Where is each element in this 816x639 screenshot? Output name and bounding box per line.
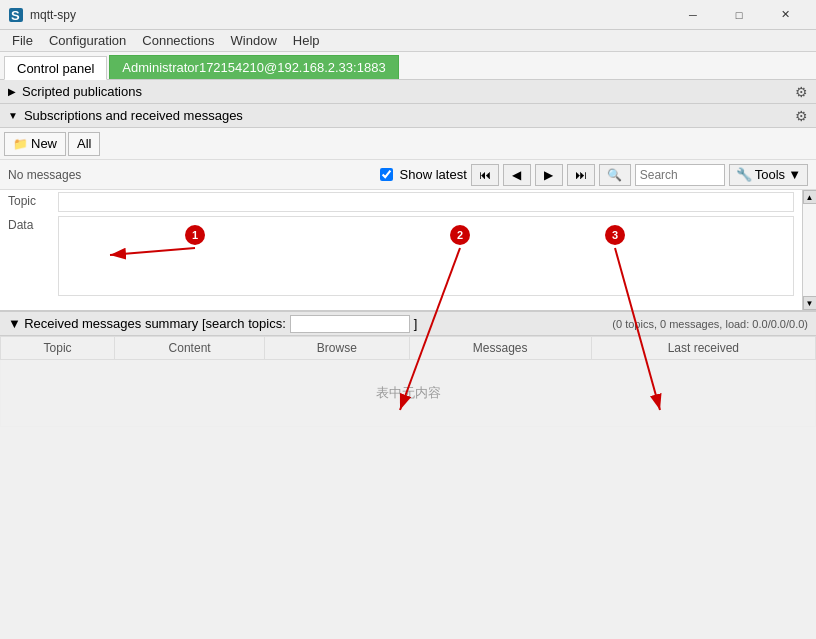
scroll-track[interactable] bbox=[803, 204, 816, 296]
main-content: ▶ Scripted publications ⚙ ▼ Subscription… bbox=[0, 80, 816, 639]
data-row: Data bbox=[0, 214, 802, 298]
tabbar: Control panel Administrator172154210@192… bbox=[0, 52, 816, 80]
subscriptions-gear-icon[interactable]: ⚙ bbox=[795, 108, 808, 124]
tab-connection[interactable]: Administrator172154210@192.168.2.33:1883 bbox=[109, 55, 398, 79]
subscriptions-toggle-icon: ▼ bbox=[8, 110, 18, 121]
col-topic: Topic bbox=[1, 337, 115, 360]
menu-help[interactable]: Help bbox=[285, 31, 328, 50]
summary-stats: (0 topics, 0 messages, load: 0.0/0.0/0.0… bbox=[612, 318, 808, 330]
scroll-down-button[interactable]: ▼ bbox=[803, 296, 817, 310]
topic-row: Topic bbox=[0, 190, 802, 214]
col-messages: Messages bbox=[409, 337, 591, 360]
subscriptions-label: Subscriptions and received messages bbox=[24, 108, 243, 123]
tools-button[interactable]: 🔧 Tools ▼ bbox=[729, 164, 808, 186]
topic-label: Topic bbox=[8, 192, 58, 208]
messages-content: Topic Data Administrator172154210@192.16… bbox=[0, 190, 816, 310]
data-label: Data bbox=[8, 216, 58, 232]
summary-search-input[interactable] bbox=[290, 315, 410, 333]
tools-dropdown-icon: ▼ bbox=[788, 167, 801, 182]
col-content: Content bbox=[115, 337, 265, 360]
menu-file[interactable]: File bbox=[4, 31, 41, 50]
titlebar: S mqtt-spy ─ □ ✕ bbox=[0, 0, 816, 30]
summary-header: ▼ Received messages summary [search topi… bbox=[0, 312, 816, 336]
search-input[interactable] bbox=[635, 164, 725, 186]
scripted-gear-icon[interactable]: ⚙ bbox=[795, 84, 808, 100]
search-toggle-button[interactable]: 🔍 bbox=[599, 164, 631, 186]
show-latest-label: Show latest bbox=[400, 167, 467, 182]
summary-section: ▼ Received messages summary [search topi… bbox=[0, 311, 816, 427]
menubar: File Configuration Connections Window He… bbox=[0, 30, 816, 52]
scroll-up-button[interactable]: ▲ bbox=[803, 190, 817, 204]
menu-configuration[interactable]: Configuration bbox=[41, 31, 134, 50]
scripted-publications-section[interactable]: ▶ Scripted publications ⚙ bbox=[0, 80, 816, 104]
scripted-toggle-icon: ▶ bbox=[8, 86, 16, 97]
maximize-button[interactable]: □ bbox=[716, 0, 762, 30]
minimize-button[interactable]: ─ bbox=[670, 0, 716, 30]
app-title: mqtt-spy bbox=[30, 8, 670, 22]
col-browse: Browse bbox=[265, 337, 410, 360]
col-last-received: Last received bbox=[591, 337, 815, 360]
nav-next-button[interactable]: ▶ bbox=[535, 164, 563, 186]
subscriptions-toolbar: 📁 New All bbox=[0, 128, 816, 160]
app-icon: S bbox=[8, 7, 24, 23]
menu-window[interactable]: Window bbox=[223, 31, 285, 50]
nav-last-button[interactable]: ⏭ bbox=[567, 164, 595, 186]
vertical-scrollbar[interactable]: ▲ ▼ bbox=[802, 190, 816, 310]
messages-bar: No messages Show latest ⏮ ◀ ▶ ⏭ 🔍 🔧 Tool… bbox=[0, 160, 816, 190]
tools-icon: 🔧 bbox=[736, 167, 752, 182]
data-value bbox=[58, 216, 794, 296]
tab-control-panel[interactable]: Control panel bbox=[4, 56, 107, 80]
scripted-label: Scripted publications bbox=[22, 84, 142, 99]
folder-icon: 📁 bbox=[13, 137, 28, 151]
empty-table-label: 表中无内容 bbox=[1, 360, 816, 427]
show-latest-checkbox[interactable] bbox=[380, 168, 393, 181]
summary-header-label: Received messages summary [search topics… bbox=[24, 316, 286, 331]
summary-header-suffix: ] bbox=[414, 316, 418, 331]
menu-connections[interactable]: Connections bbox=[134, 31, 222, 50]
sub-messages-area: Topic Data Administrator172154210@192.16… bbox=[0, 190, 816, 310]
all-button[interactable]: All bbox=[68, 132, 100, 156]
topic-value bbox=[58, 192, 794, 212]
close-button[interactable]: ✕ bbox=[762, 0, 808, 30]
new-button[interactable]: 📁 New bbox=[4, 132, 66, 156]
summary-toggle-icon: ▼ bbox=[8, 316, 21, 331]
summary-table: Topic Content Browse Messages Last recei… bbox=[0, 336, 816, 427]
subscriptions-section: ▼ Subscriptions and received messages ⚙ … bbox=[0, 104, 816, 311]
window-controls: ─ □ ✕ bbox=[670, 0, 808, 30]
subscriptions-header[interactable]: ▼ Subscriptions and received messages ⚙ bbox=[0, 104, 816, 128]
nav-prev-button[interactable]: ◀ bbox=[503, 164, 531, 186]
no-messages-label: No messages bbox=[8, 168, 376, 182]
svg-text:S: S bbox=[11, 8, 20, 23]
nav-first-button[interactable]: ⏮ bbox=[471, 164, 499, 186]
